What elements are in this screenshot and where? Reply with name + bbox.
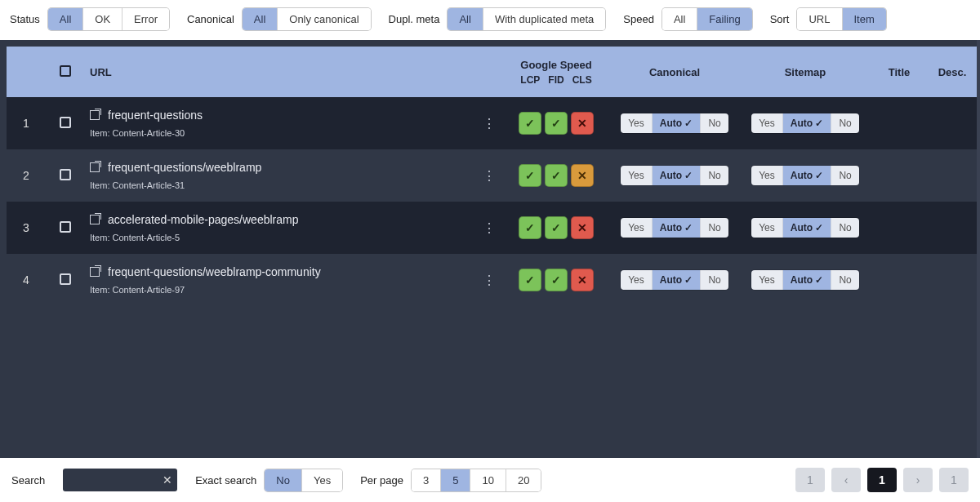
select-all-checkbox[interactable] xyxy=(60,65,71,77)
filter-canonical-all[interactable]: All xyxy=(243,8,278,30)
toggle-no[interactable]: No xyxy=(701,270,728,290)
row-url[interactable]: frequent-questions/weeblramp-community xyxy=(108,265,321,278)
per-page-label: Per page xyxy=(360,474,403,486)
yes-auto-no-toggle[interactable]: Yes Auto ✓ No xyxy=(751,270,859,290)
per-page-10[interactable]: 10 xyxy=(470,469,506,491)
toggle-auto[interactable]: Auto ✓ xyxy=(653,166,702,185)
toggle-yes[interactable]: Yes xyxy=(621,113,653,133)
toggle-no[interactable]: No xyxy=(831,270,858,290)
yes-auto-no-toggle[interactable]: Yes Auto ✓ No xyxy=(621,166,728,185)
toggle-no[interactable]: No xyxy=(831,166,858,185)
yes-auto-no-toggle[interactable]: Yes Auto ✓ No xyxy=(621,113,728,133)
row-select[interactable] xyxy=(46,254,85,306)
toggle-yes[interactable]: Yes xyxy=(751,218,783,238)
pager-first[interactable]: 1 xyxy=(795,468,825,492)
col-gs-fid: FID xyxy=(548,74,564,86)
row-checkbox[interactable] xyxy=(60,221,71,233)
external-link-icon[interactable] xyxy=(90,215,100,224)
per-page-3[interactable]: 3 xyxy=(412,469,441,491)
toggle-auto[interactable]: Auto ✓ xyxy=(653,270,702,290)
yes-auto-no-toggle[interactable]: Yes Auto ✓ No xyxy=(751,113,859,133)
col-sitemap[interactable]: Sitemap xyxy=(740,47,871,97)
exact-search-label: Exact search xyxy=(195,474,256,486)
toggle-yes[interactable]: Yes xyxy=(751,113,783,133)
toggle-yes[interactable]: Yes xyxy=(751,270,783,290)
filter-speed-all[interactable]: All xyxy=(662,8,697,30)
vertical-scrollbar[interactable] xyxy=(977,40,980,458)
filter-duplmeta-all[interactable]: All xyxy=(448,8,483,30)
row-sitemap: Yes Auto ✓ No xyxy=(740,254,871,306)
filter-status-error[interactable]: Error xyxy=(122,8,169,30)
row-item: Item: Content-Article-31 xyxy=(90,180,470,190)
external-link-icon[interactable] xyxy=(90,267,100,277)
filter-canonical-only[interactable]: Only canonical xyxy=(278,8,370,30)
per-page-5[interactable]: 5 xyxy=(441,469,470,491)
toggle-auto[interactable]: Auto ✓ xyxy=(783,218,832,238)
row-title xyxy=(871,97,928,149)
row-checkbox[interactable] xyxy=(60,117,71,128)
per-page-20[interactable]: 20 xyxy=(506,469,541,491)
row-select[interactable] xyxy=(46,149,85,202)
row-actions-menu[interactable]: ⋮ xyxy=(475,97,503,149)
filter-sort-item[interactable]: Item xyxy=(843,8,886,30)
yes-auto-no-toggle[interactable]: Yes Auto ✓ No xyxy=(751,218,859,238)
row-actions-menu[interactable]: ⋮ xyxy=(475,149,503,202)
external-link-icon[interactable] xyxy=(90,110,100,120)
col-gs-lcp: LCP xyxy=(520,74,540,86)
row-url[interactable]: frequent-questions/weeblramp xyxy=(108,161,261,174)
row-select[interactable] xyxy=(46,97,85,149)
col-actions xyxy=(475,47,503,97)
toggle-no[interactable]: No xyxy=(701,166,728,185)
toggle-no[interactable]: No xyxy=(831,113,858,133)
toggle-no[interactable]: No xyxy=(701,218,728,238)
row-speed: ✓✓✕ xyxy=(503,149,609,202)
row-select[interactable] xyxy=(46,202,85,254)
exact-search-yes[interactable]: Yes xyxy=(302,469,342,491)
speed-pill-green: ✓ xyxy=(545,164,568,187)
col-google-speed: Google Speed LCP FID CLS xyxy=(503,47,609,97)
col-desc[interactable]: Desc. xyxy=(928,47,977,97)
toggle-yes[interactable]: Yes xyxy=(621,270,653,290)
filter-status-all[interactable]: All xyxy=(48,8,83,30)
filter-duplmeta-with[interactable]: With duplicated meta xyxy=(483,8,605,30)
search-clear-icon[interactable]: ✕ xyxy=(163,473,172,486)
external-link-icon[interactable] xyxy=(90,162,100,172)
row-url[interactable]: frequent-questions xyxy=(108,109,203,122)
toggle-auto[interactable]: Auto ✓ xyxy=(653,113,702,133)
row-actions-menu[interactable]: ⋮ xyxy=(475,254,503,306)
pager-last[interactable]: 1 xyxy=(939,468,969,492)
col-title[interactable]: Title xyxy=(871,47,928,97)
toggle-auto[interactable]: Auto ✓ xyxy=(783,166,832,185)
row-url[interactable]: accelerated-mobile-pages/weeblramp xyxy=(108,213,298,226)
yes-auto-no-toggle[interactable]: Yes Auto ✓ No xyxy=(751,166,859,185)
yes-auto-no-toggle[interactable]: Yes Auto ✓ No xyxy=(621,218,728,238)
pager-current[interactable]: 1 xyxy=(867,468,897,492)
filter-status-label: Status xyxy=(10,13,40,25)
pager-next[interactable]: › xyxy=(903,468,933,492)
filter-status-ok[interactable]: OK xyxy=(83,8,122,30)
toggle-auto[interactable]: Auto ✓ xyxy=(783,270,832,290)
toggle-yes[interactable]: Yes xyxy=(621,218,653,238)
row-url-cell: frequent-questions Item: Content-Article… xyxy=(85,97,475,149)
toggle-yes[interactable]: Yes xyxy=(621,166,653,185)
yes-auto-no-toggle[interactable]: Yes Auto ✓ No xyxy=(621,270,728,290)
toggle-auto[interactable]: Auto ✓ xyxy=(783,113,832,133)
per-page-options: 3 5 10 20 xyxy=(412,469,541,491)
filter-canonical: Canonical All Only canonical xyxy=(187,8,371,30)
filter-speed-failing[interactable]: Failing xyxy=(697,8,751,30)
filter-sort-label: Sort xyxy=(770,13,790,25)
col-canonical[interactable]: Canonical xyxy=(609,47,740,97)
toggle-yes[interactable]: Yes xyxy=(751,166,783,185)
col-url[interactable]: URL xyxy=(85,47,475,97)
row-checkbox[interactable] xyxy=(60,169,71,180)
toggle-no[interactable]: No xyxy=(701,113,728,133)
filter-sort-url[interactable]: URL xyxy=(797,8,842,30)
search-input[interactable] xyxy=(63,469,177,491)
row-actions-menu[interactable]: ⋮ xyxy=(475,202,503,254)
toggle-auto[interactable]: Auto ✓ xyxy=(653,218,702,238)
filter-speed-label: Speed xyxy=(623,13,654,25)
row-checkbox[interactable] xyxy=(60,273,71,285)
toggle-no[interactable]: No xyxy=(831,218,858,238)
pager-prev[interactable]: ‹ xyxy=(831,468,861,492)
exact-search-no[interactable]: No xyxy=(265,469,302,491)
